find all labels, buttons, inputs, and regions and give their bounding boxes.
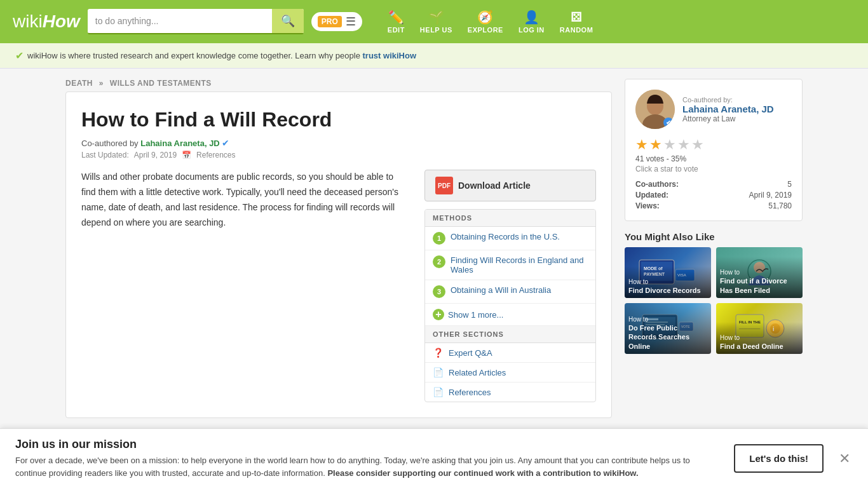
- related-4-title: Find a Deed Online: [720, 342, 783, 350]
- star-2[interactable]: ★: [649, 137, 662, 153]
- other-sections-header: OTHER SECTIONS: [425, 326, 595, 343]
- click-vote-text[interactable]: Click a star to vote: [635, 165, 792, 173]
- sidebar-meta: Co-authors: 5 Updated: April 9, 2019 Vie…: [635, 180, 792, 210]
- star-1[interactable]: ★: [635, 137, 648, 153]
- related-3-howto: How to: [628, 315, 707, 323]
- main-container: DEATH » WILLS AND TESTAMENTS How to Find…: [53, 69, 815, 488]
- coauthor-info: Co-authored by: Lahaina Araneta, JD Atto…: [682, 96, 774, 123]
- download-button[interactable]: PDF Download Article: [424, 170, 596, 201]
- pro-badge[interactable]: PRO ☰: [311, 12, 362, 31]
- star-4[interactable]: ★: [677, 137, 690, 153]
- trust-link-text: trust wikiHow: [363, 51, 417, 60]
- banner-bold: Please consider supporting our continued…: [327, 468, 638, 478]
- show-more-icon: +: [433, 309, 444, 320]
- breadcrumb: DEATH » WILLS AND TESTAMENTS: [65, 79, 612, 88]
- show-more[interactable]: + Show 1 more...: [425, 304, 595, 326]
- method-link-3[interactable]: Obtaining a Will in Australia: [451, 285, 551, 295]
- logo-how: How: [43, 11, 80, 32]
- trust-bar: ✔ wikiHow is where trusted research and …: [0, 43, 868, 69]
- related-1-title: Find Divorce Records: [628, 287, 701, 294]
- verified-icon: ✔: [15, 50, 24, 62]
- other-item-qa[interactable]: ❓ Expert Q&A: [425, 343, 595, 363]
- show-more-label: Show 1 more...: [448, 310, 503, 320]
- search-bar: 🔍: [88, 9, 304, 34]
- views-label: Views:: [635, 201, 660, 210]
- related-card-2[interactable]: How to Find out if a Divorce Has Been Fi…: [716, 247, 803, 298]
- related-card-3[interactable]: VOTE How to Do Free Public Records Searc…: [625, 303, 711, 354]
- banner-body: For over a decade, we've been on a missi…: [15, 454, 721, 479]
- cta-label: Let's do this!: [749, 453, 808, 464]
- help-label: HELP US: [420, 26, 452, 34]
- nav-item-random[interactable]: ⚄ RANDOM: [552, 6, 601, 37]
- nav-item-help[interactable]: 🌱 HELP US: [412, 6, 460, 37]
- download-label: Download Article: [458, 180, 531, 191]
- main-nav: ✏️ EDIT 🌱 HELP US 🧭 EXPLORE 👤 LOG IN ⚄ R…: [380, 6, 601, 37]
- updated-label: Updated:: [635, 191, 668, 200]
- close-banner-button[interactable]: ✕: [836, 448, 853, 470]
- method-link-2[interactable]: Finding Will Records in England and Wale…: [451, 255, 588, 274]
- trust-text-before: wikiHow is where trusted research and ex…: [27, 51, 360, 60]
- logo[interactable]: wiki How: [13, 11, 80, 32]
- trust-text: wikiHow is where trusted research and ex…: [27, 51, 416, 60]
- explore-label: EXPLORE: [468, 26, 503, 34]
- article-area: DEATH » WILLS AND TESTAMENTS How to Find…: [65, 79, 612, 488]
- other-item-references[interactable]: 📄 References: [425, 383, 595, 402]
- coauthor-by-label: Co-authored by:: [682, 96, 774, 104]
- coauthors-value: 5: [787, 180, 792, 189]
- calendar-icon: 📅: [182, 151, 191, 159]
- coauthor-label: Co-authored by: [81, 139, 139, 148]
- related-title: You Might Also Like: [625, 231, 803, 242]
- hamburger-icon[interactable]: ☰: [346, 15, 356, 29]
- coauthors-row: Co-authors: 5: [635, 180, 792, 189]
- method-link-1[interactable]: Obtaining Records in the U.S.: [451, 232, 560, 241]
- related-3-title: Do Free Public Records Searches Online: [628, 324, 689, 350]
- nav-item-edit[interactable]: ✏️ EDIT: [380, 6, 412, 37]
- banner-body-text: For over a decade, we've been on a missi…: [15, 456, 690, 478]
- login-label: LOG IN: [519, 26, 545, 34]
- last-updated-label: Last Updated:: [81, 151, 129, 159]
- views-row: Views: 51,780: [635, 201, 792, 210]
- nav-item-explore[interactable]: 🧭 EXPLORE: [460, 6, 511, 37]
- related-2-title: Find out if a Divorce Has Been Filed: [720, 277, 787, 294]
- votes-text: 41 votes - 35%: [635, 154, 792, 163]
- related-section: You Might Also Like MODE of PAYMENT VISA: [625, 231, 803, 354]
- qa-icon: ❓: [433, 348, 444, 358]
- related-card-4[interactable]: FILL IN THE ____________ i How to Find a…: [716, 303, 803, 354]
- method-item-1[interactable]: 1 Obtaining Records in the U.S.: [425, 227, 595, 250]
- methods-box: METHODS 1 Obtaining Records in the U.S. …: [424, 209, 596, 402]
- trust-link[interactable]: trust wikiHow: [363, 51, 417, 60]
- coauthor-header: ✔ Co-authored by: Lahaina Araneta, JD At…: [635, 90, 792, 129]
- search-input[interactable]: [88, 11, 272, 31]
- related-4-howto: How to: [720, 334, 799, 342]
- other-item-related[interactable]: 📄 Related Articles: [425, 363, 595, 383]
- site-header: wiki How 🔍 PRO ☰ ✏️ EDIT 🌱 HELP US 🧭 EXP…: [0, 0, 868, 43]
- verified-check: ✔: [222, 138, 229, 148]
- references-link[interactable]: References: [196, 151, 235, 159]
- updated-value: April 9, 2019: [749, 191, 792, 200]
- method-item-3[interactable]: 3 Obtaining a Will in Australia: [425, 280, 595, 304]
- article-content-row: Wills and other probate documents are pu…: [81, 170, 596, 402]
- related-1-howto: How to: [628, 278, 707, 286]
- method-num-1: 1: [433, 232, 445, 245]
- method-item-2[interactable]: 2 Finding Will Records in England and Wa…: [425, 250, 595, 280]
- random-icon: ⚄: [571, 10, 582, 25]
- breadcrumb-death[interactable]: DEATH: [65, 79, 93, 88]
- star-3[interactable]: ★: [663, 137, 676, 153]
- star-5[interactable]: ★: [691, 137, 704, 153]
- coauthors-label: Co-authors:: [635, 180, 679, 189]
- methods-header-text: METHODS: [433, 214, 472, 222]
- search-button[interactable]: 🔍: [272, 9, 304, 33]
- article-title: How to Find a Will Record: [81, 107, 596, 132]
- random-label: RANDOM: [560, 26, 593, 34]
- sidebar-coauthor-name[interactable]: Lahaina Araneta, JD: [682, 104, 774, 114]
- lets-do-button[interactable]: Let's do this!: [734, 444, 824, 473]
- logo-wiki: wiki: [13, 11, 43, 32]
- breadcrumb-wills[interactable]: WILLS AND TESTAMENTS: [110, 79, 212, 88]
- stars[interactable]: ★ ★ ★ ★ ★: [635, 137, 704, 153]
- related-card-1[interactable]: MODE of PAYMENT VISA How to Find Divorce…: [625, 247, 711, 298]
- nav-item-login[interactable]: 👤 LOG IN: [511, 6, 552, 37]
- banner-content: Join us in our mission For over a decade…: [15, 438, 721, 479]
- references-label-other: References: [449, 388, 491, 397]
- method-num-2: 2: [433, 255, 445, 268]
- coauthor-link[interactable]: Lahaina Araneta, JD: [140, 139, 220, 148]
